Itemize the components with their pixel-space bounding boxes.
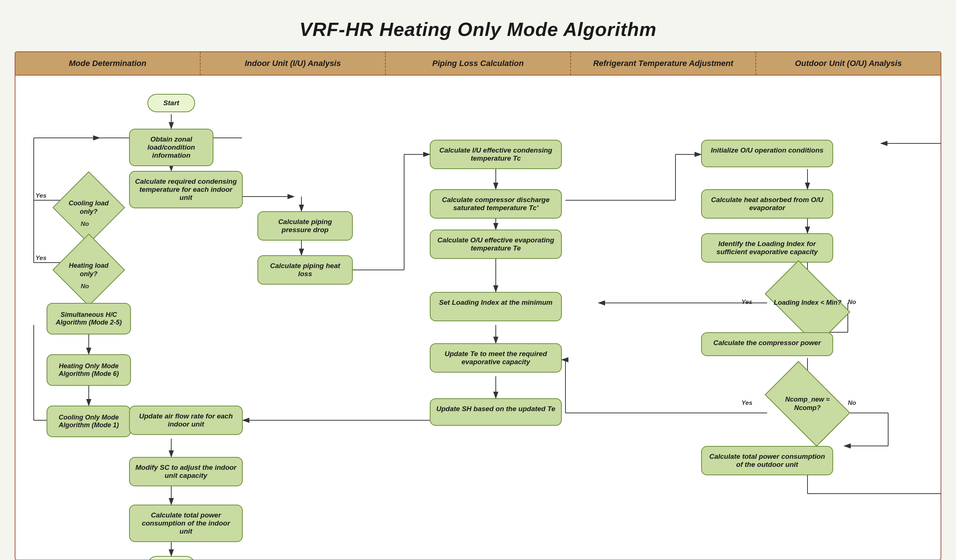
loading-yes-label: Yes	[742, 299, 753, 306]
set-loading-min-node: Set Loading Index at the minimum	[430, 292, 562, 321]
calc-piping-pressure-node: Calculate piping pressure drop	[258, 211, 353, 241]
calc-heat-absorbed-node: Calculate heat absorbed from O/U evapora…	[701, 189, 833, 219]
modify-sc-node: Modify SC to adjust the indoor unit capa…	[129, 457, 243, 486]
loading-no-label: No	[848, 299, 856, 306]
cooling-load-label: Cooling load only?	[64, 199, 114, 216]
ncomp-label: Ncomp_new ≈ Ncomp?	[772, 395, 843, 412]
cooling-no-label: No	[81, 220, 89, 228]
calc-ou-eff-evap-node: Calculate O/U effective evaporating temp…	[430, 230, 562, 259]
col-header-piping: Piping Loss Calculation	[386, 52, 571, 75]
col-header-ou: Outdoor Unit (O/U) Analysis	[756, 52, 940, 75]
init-ou-node: Initialize O/U operation conditions	[701, 140, 833, 167]
calc-req-cond-node: Calculate required condensing temperatur…	[129, 171, 243, 208]
calc-total-power-iu-node: Calculate total power consumption of the…	[129, 505, 243, 542]
columns-header: Mode Determination Indoor Unit (I/U) Ana…	[16, 52, 940, 76]
calc-iu-eff-cond-node: Calculate I/U effective condensing tempe…	[430, 140, 562, 169]
ncomp-yes-label: Yes	[742, 400, 753, 407]
ncomp-diamond: Ncomp_new ≈ Ncomp?	[764, 361, 850, 446]
flowchart-container: Mode Determination Indoor Unit (I/U) Ana…	[15, 51, 941, 560]
cooling-load-diamond: Cooling load only?	[52, 171, 125, 244]
cooling-yes-label: Yes	[36, 192, 47, 200]
col-header-mode: Mode Determination	[16, 52, 201, 75]
col-header-ref: Refrigerant Temperature Adjustment	[571, 52, 756, 75]
calc-comp-power-node: Calculate the compressor power	[701, 332, 833, 356]
heating-no-label: No	[81, 283, 89, 290]
calc-total-power-ou-node: Calculate total power consumption of the…	[701, 446, 833, 475]
identify-loading-node: Identify the Loading Index for sufficien…	[701, 233, 833, 263]
loading-index-label: Loading Index < Min?	[774, 299, 841, 307]
heating-only-mode-node: Heating Only Mode Algorithm (Mode 6)	[47, 354, 131, 386]
heating-load-diamond: Heating load only?	[52, 234, 125, 306]
flowchart-body: Cooling load only? Yes No Heating load o…	[16, 76, 940, 560]
calc-piping-heat-node: Calculate piping heat loss	[258, 255, 353, 285]
update-airflow-node: Update air flow rate for each indoor uni…	[129, 406, 243, 435]
ncomp-no-label: No	[848, 400, 856, 407]
start-node: Start	[148, 94, 195, 112]
update-sh-node: Update SH based on the updated Te	[430, 398, 562, 426]
calc-comp-discharge-node: Calculate compressor discharge saturated…	[430, 189, 562, 219]
cooling-only-mode-node: Cooling Only Mode Algorithm (Mode 1)	[47, 406, 131, 437]
end-node: End	[148, 556, 195, 560]
heating-load-label: Heating load only?	[64, 261, 114, 279]
obtain-zonal-node: Obtain zonal load/condition information	[129, 129, 214, 166]
col-header-iu: Indoor Unit (I/U) Analysis	[201, 52, 386, 75]
heating-yes-label: Yes	[36, 255, 47, 262]
page-title: VRF-HR Heating Only Mode Algorithm	[7, 18, 949, 40]
update-te-node: Update Te to meet the required evaporati…	[430, 343, 562, 373]
simul-hc-node: Simultaneous H/C Algorithm (Mode 2-5)	[47, 303, 131, 335]
